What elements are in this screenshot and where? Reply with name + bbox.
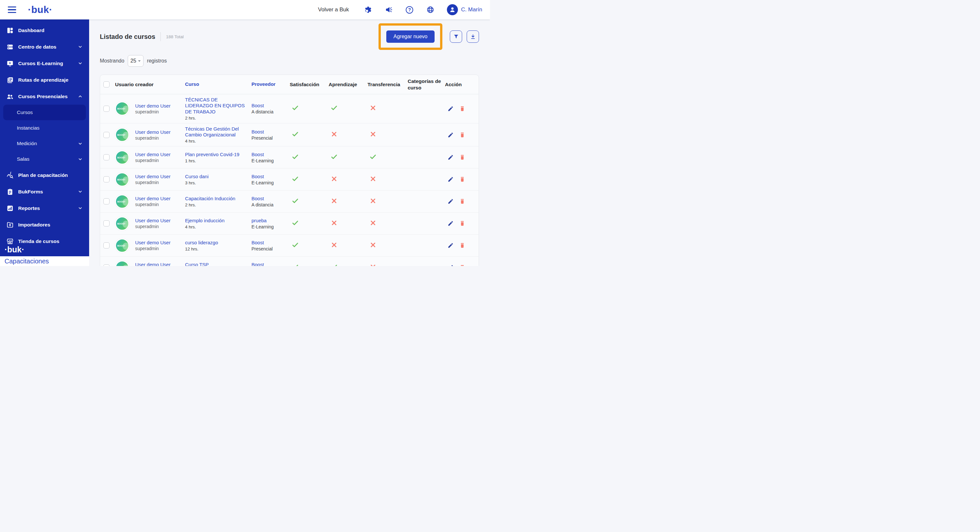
cross-icon bbox=[331, 200, 338, 205]
sidebar-item-rutas-de-aprendizaje[interactable]: Rutas de aprendizaje bbox=[0, 71, 89, 88]
user-link[interactable]: User demo User bbox=[135, 196, 170, 201]
provider-link[interactable]: Boost bbox=[251, 103, 264, 108]
provider-link[interactable]: Boost bbox=[251, 262, 264, 266]
row-checkbox[interactable] bbox=[103, 106, 110, 112]
sidebar-item-bukforms[interactable]: BukForms bbox=[0, 183, 89, 200]
header-curso[interactable]: Curso bbox=[185, 81, 251, 87]
download-icon bbox=[470, 34, 476, 40]
cross-icon bbox=[331, 222, 338, 227]
provider-link[interactable]: prueba bbox=[251, 218, 267, 223]
user-link[interactable]: User demo User bbox=[135, 240, 170, 245]
edit-pencil-icon[interactable] bbox=[447, 198, 454, 205]
provider-link[interactable]: Boost bbox=[251, 174, 264, 179]
page-size-select[interactable]: 25 bbox=[128, 55, 144, 67]
table-row: BOOSTUser demo UsersuperadminCapacitació… bbox=[100, 191, 479, 213]
user-link[interactable]: User demo User bbox=[135, 174, 170, 179]
sidebar-item-reportes[interactable]: Reportes bbox=[0, 200, 89, 216]
row-checkbox[interactable] bbox=[103, 220, 110, 227]
row-checkbox[interactable] bbox=[103, 198, 110, 205]
provider-link[interactable]: Boost bbox=[251, 196, 264, 201]
edit-pencil-icon[interactable] bbox=[447, 176, 454, 183]
select-all-checkbox[interactable] bbox=[103, 81, 110, 87]
course-link[interactable]: Ejemplo inducción bbox=[185, 218, 247, 224]
delete-trash-icon[interactable] bbox=[459, 198, 465, 205]
edit-pencil-icon[interactable] bbox=[447, 106, 454, 112]
sidebar-item-dashboard[interactable]: Dashboard bbox=[0, 22, 89, 38]
sidebar-item-cursos-presenciales[interactable]: Cursos Presenciales bbox=[0, 88, 89, 105]
delete-trash-icon[interactable] bbox=[459, 132, 465, 138]
course-link[interactable]: TÉCNICAS DE LIDERAZGO EN EQUIPOS DE TRAB… bbox=[185, 97, 247, 115]
course-link[interactable]: curso liderazgo bbox=[185, 240, 247, 246]
delete-trash-icon[interactable] bbox=[459, 220, 465, 227]
user-link[interactable]: User demo User bbox=[135, 152, 170, 157]
sidebar: DashboardCentro de datosCursos E-Learnin… bbox=[0, 19, 89, 266]
provider-link[interactable]: Boost bbox=[251, 152, 264, 157]
caret-down-icon bbox=[138, 60, 141, 62]
product-label: Capacitaciones bbox=[5, 257, 49, 265]
help-icon[interactable]: ? bbox=[406, 5, 414, 14]
table-body: BOOSTUser demo UsersuperadminTÉCNICAS DE… bbox=[100, 94, 479, 266]
table-row: BOOSTUser demo UsersuperadminPlan preven… bbox=[100, 146, 479, 168]
globe-icon[interactable] bbox=[426, 5, 434, 14]
course-link[interactable]: Capacitación Inducción bbox=[185, 196, 247, 202]
sidebar-item-cursos-e-learning[interactable]: Cursos E-Learning bbox=[0, 55, 89, 71]
row-checkbox[interactable] bbox=[103, 242, 110, 248]
row-checkbox[interactable] bbox=[103, 132, 110, 138]
table-row: BOOSTUser demo Usersuperadmincurso lider… bbox=[100, 235, 479, 257]
provider-link[interactable]: Boost bbox=[251, 240, 264, 245]
chevron-down-icon bbox=[78, 141, 83, 146]
edit-pencil-icon[interactable] bbox=[447, 264, 454, 266]
filter-button[interactable] bbox=[450, 30, 462, 43]
megaphone-icon[interactable] bbox=[385, 5, 393, 14]
buk-logo[interactable]: ·buk· bbox=[28, 4, 52, 15]
user-link[interactable]: User demo User bbox=[135, 129, 170, 135]
page-header: Listado de cursos 188 Total Agregar nuev… bbox=[100, 23, 479, 50]
download-button[interactable] bbox=[467, 30, 479, 43]
add-new-button[interactable]: Agregar nuevo bbox=[386, 30, 434, 43]
row-checkbox[interactable] bbox=[103, 154, 110, 160]
course-hours: 3 hrs. bbox=[185, 181, 249, 185]
sidebar-item-plan-de-capacitaci-n[interactable]: Plan de capacitación bbox=[0, 167, 89, 183]
user-role: superadmin bbox=[135, 246, 170, 251]
user-link[interactable]: User demo User bbox=[135, 103, 170, 108]
delete-trash-icon[interactable] bbox=[459, 154, 465, 160]
delete-trash-icon[interactable] bbox=[459, 176, 465, 183]
delete-trash-icon[interactable] bbox=[459, 242, 465, 248]
sidebar-item-instancias[interactable]: Instancias bbox=[0, 120, 89, 136]
sidebar-item-centro-de-datos[interactable]: Centro de datos bbox=[0, 38, 89, 55]
menu-icon[interactable] bbox=[8, 6, 16, 13]
row-checkbox[interactable] bbox=[103, 176, 110, 183]
filter-funnel-icon bbox=[453, 34, 459, 40]
header-proveedor[interactable]: Proveedor bbox=[251, 81, 290, 87]
provider-link[interactable]: Boost bbox=[251, 129, 264, 135]
user-menu[interactable]: C. Marín bbox=[447, 4, 482, 15]
dashboard-icon bbox=[6, 27, 14, 34]
course-link[interactable]: Curso dani bbox=[185, 174, 247, 179]
sidebar-item-cursos[interactable]: Cursos bbox=[3, 105, 86, 120]
delete-trash-icon[interactable] bbox=[459, 264, 465, 266]
course-link[interactable]: Plan preventivo Covid-19 bbox=[185, 152, 247, 157]
user-name: C. Marín bbox=[461, 6, 482, 13]
course-link[interactable]: Curso TSP bbox=[185, 262, 247, 266]
edit-pencil-icon[interactable] bbox=[447, 220, 454, 227]
provider-mode: E-Learning bbox=[251, 180, 287, 185]
edit-pencil-icon[interactable] bbox=[447, 242, 454, 248]
edit-pencil-icon[interactable] bbox=[447, 132, 454, 138]
row-checkbox[interactable] bbox=[103, 264, 110, 266]
gear-icon[interactable] bbox=[364, 5, 372, 14]
delete-trash-icon[interactable] bbox=[459, 106, 465, 112]
course-avatar: BOOST bbox=[115, 172, 129, 187]
sidebar-item-medici-n[interactable]: Medición bbox=[0, 136, 89, 151]
chevron-down-icon bbox=[78, 189, 83, 194]
back-to-buk-link[interactable]: Volver a Buk bbox=[318, 6, 349, 13]
course-link[interactable]: Técnicas De Gestión Del Cambio Organizac… bbox=[185, 126, 247, 138]
sidebar-item-salas[interactable]: Salas bbox=[0, 151, 89, 167]
cross-icon bbox=[331, 244, 338, 249]
sidebar-item-importadores[interactable]: Importadores bbox=[0, 216, 89, 233]
user-link[interactable]: User demo User bbox=[135, 218, 170, 223]
user-link[interactable]: User demo User bbox=[135, 262, 170, 266]
table-row: BOOSTUser demo UsersuperadminTÉCNICAS DE… bbox=[100, 94, 479, 124]
cross-icon bbox=[369, 133, 377, 139]
edit-pencil-icon[interactable] bbox=[447, 154, 454, 160]
header-accion: Acción bbox=[445, 81, 479, 87]
